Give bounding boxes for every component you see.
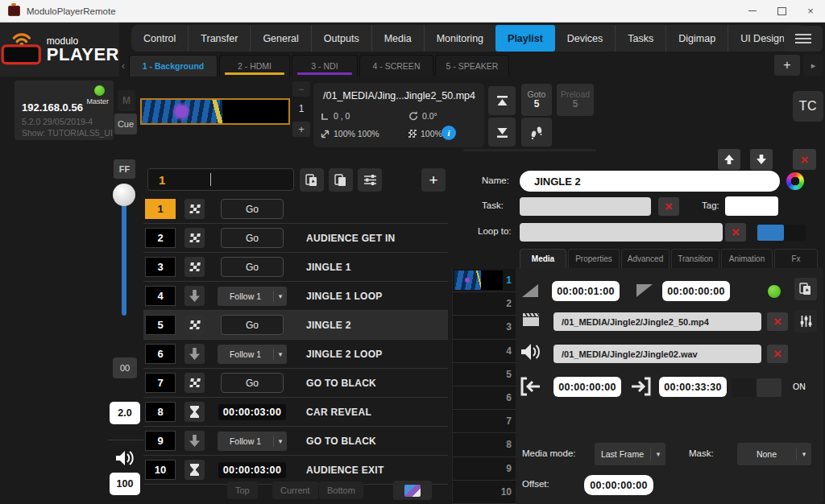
cue-trigger-type-icon[interactable] xyxy=(184,402,205,422)
fade-rate-field[interactable]: 2.0 xyxy=(110,402,140,424)
scroll-tabs-right-button[interactable]: ▸ xyxy=(803,55,823,76)
layer-row-10[interactable]: 10 xyxy=(453,481,517,504)
timecode-button[interactable]: TC xyxy=(793,91,823,122)
main-tab-transfer[interactable]: Transfer xyxy=(188,25,250,52)
cue-number-badge[interactable]: 6 xyxy=(145,344,176,364)
playlist-row-6[interactable]: 6Follow 1▾JINGLE 2 LOOP xyxy=(143,340,448,369)
color-wheel-button[interactable] xyxy=(786,172,804,190)
scroll-current-button[interactable]: Current xyxy=(272,481,318,499)
wait-time-field[interactable]: 00:00:03:00 xyxy=(218,404,287,420)
playlist-tab-5[interactable]: 5 - SPEAKER xyxy=(435,55,509,76)
menu-button[interactable] xyxy=(784,26,823,52)
copy-cue-button[interactable] xyxy=(329,168,353,192)
layer-row-7[interactable]: 7 xyxy=(453,410,517,433)
layer-row-4[interactable]: 4 xyxy=(453,340,517,363)
playlist-row-7[interactable]: 7GoGO TO BLACK xyxy=(143,369,448,398)
scroll-top-button[interactable]: Top xyxy=(227,481,258,499)
media-preview-thumbnail[interactable] xyxy=(140,98,290,125)
layer-row-6[interactable]: 6 xyxy=(453,386,517,410)
task-input[interactable] xyxy=(520,197,651,216)
out-point-field[interactable]: 00:00:33:30 xyxy=(659,377,727,397)
cue-trigger-type-icon[interactable] xyxy=(184,460,205,480)
go-button[interactable]: Go xyxy=(221,315,284,335)
add-cue-button[interactable]: + xyxy=(421,168,446,192)
cue-number-badge[interactable]: 4 xyxy=(145,286,176,306)
skip-to-bottom-button[interactable] xyxy=(488,118,516,147)
loop-to-input[interactable] xyxy=(520,223,723,242)
playlist-tab-4[interactable]: 4 - SCREEN xyxy=(359,55,433,76)
add-playlist-tab-button[interactable]: + xyxy=(774,55,800,76)
cue-number-badge[interactable]: 3 xyxy=(145,257,176,277)
audio-path-field[interactable]: /01_MEDIA/Jingle2/Jingle02.wav xyxy=(553,345,761,363)
cue-name-input[interactable]: JINGLE 2 xyxy=(520,171,780,192)
cue-trigger-type-icon[interactable] xyxy=(184,315,205,335)
media-library-button[interactable] xyxy=(393,481,432,500)
cue-number-field[interactable]: 1 xyxy=(147,168,294,191)
playlist-row-4[interactable]: 4Follow 1▾JINGLE 1 LOOP xyxy=(143,282,448,311)
clear-task-button[interactable]: × xyxy=(658,197,679,216)
main-tab-general[interactable]: General xyxy=(250,25,310,52)
main-tab-playlist[interactable]: Playlist xyxy=(495,25,555,52)
fade-out-field[interactable]: 00:00:00:00 xyxy=(662,281,730,301)
cue-trigger-type-icon[interactable] xyxy=(184,228,205,248)
master-fader-track[interactable] xyxy=(122,190,126,316)
editor-tab-fx[interactable]: Fx xyxy=(774,249,818,268)
follow-dropdown[interactable]: Follow 1▾ xyxy=(218,287,287,306)
main-tab-outputs[interactable]: Outputs xyxy=(311,25,371,52)
layer-row-2[interactable]: 2 xyxy=(453,292,517,316)
preload-button[interactable]: Preload5 xyxy=(557,84,594,116)
loop-toggle[interactable] xyxy=(757,225,806,241)
cue-trigger-type-icon[interactable] xyxy=(184,257,205,277)
wait-time-field[interactable]: 00:00:03:00 xyxy=(218,462,287,478)
cue-number-badge[interactable]: 8 xyxy=(145,402,176,422)
media-mode-dropdown[interactable]: Last Frame ▾ xyxy=(595,443,665,465)
clear-audio-button[interactable]: × xyxy=(767,345,788,363)
close-button[interactable]: × xyxy=(796,0,825,22)
cue-number-badge[interactable]: 9 xyxy=(145,431,176,451)
move-cue-up-button[interactable] xyxy=(718,149,740,170)
editor-tab-properties[interactable]: Properties xyxy=(568,249,620,268)
master-fader-knob[interactable] xyxy=(113,184,135,206)
cue-trigger-type-icon[interactable] xyxy=(184,344,205,364)
main-tab-digimap[interactable]: Digimap xyxy=(665,25,728,52)
playlist-row-3[interactable]: 3GoJINGLE 1 xyxy=(143,253,448,282)
fade-time-button[interactable]: 00 xyxy=(113,357,137,378)
playlist-tab-3[interactable]: 3 - NDI xyxy=(292,55,358,76)
editor-tab-media[interactable]: Media xyxy=(520,249,566,268)
minimize-button[interactable] xyxy=(738,0,767,22)
goto-button[interactable]: Goto5 xyxy=(521,84,552,116)
layer-row-5[interactable]: 5 xyxy=(453,363,517,386)
layer-minus-button[interactable]: − xyxy=(292,81,310,97)
go-button[interactable]: Go xyxy=(221,373,284,393)
move-cue-down-button[interactable] xyxy=(750,149,773,170)
scroll-tabs-left-button[interactable]: ‹ xyxy=(118,56,129,76)
tag-input[interactable] xyxy=(725,196,778,216)
playlist-tab-1[interactable]: 1 - Background xyxy=(129,55,218,76)
cue-trigger-type-icon[interactable] xyxy=(184,199,205,219)
clear-video-button[interactable]: × xyxy=(767,312,788,331)
cue-number-badge[interactable]: 5 xyxy=(145,315,176,335)
main-tab-devices[interactable]: Devices xyxy=(555,25,615,52)
layer-row-1[interactable]: 1 xyxy=(453,269,517,292)
layer-row-9[interactable]: 9 xyxy=(453,457,517,481)
info-icon[interactable]: i xyxy=(442,126,456,140)
cue-number-badge[interactable]: 1 xyxy=(145,199,176,219)
layer-row-3[interactable]: 3 xyxy=(453,316,517,339)
clear-loop-button[interactable]: × xyxy=(725,223,746,242)
layer-plus-button[interactable]: + xyxy=(292,122,310,137)
cue-number-badge[interactable]: 7 xyxy=(145,373,176,393)
maximize-button[interactable] xyxy=(767,0,796,22)
paste-cue-button[interactable] xyxy=(300,168,324,192)
playlist-row-9[interactable]: 9Follow 1▾GO TO BLACK xyxy=(143,427,448,456)
out-point-toggle[interactable] xyxy=(732,378,781,397)
follow-dropdown[interactable]: Follow 1▾ xyxy=(218,345,287,364)
offset-field[interactable]: 00:00:00:00 xyxy=(584,475,653,495)
ff-button[interactable]: FF xyxy=(114,159,135,179)
playlist-row-1[interactable]: 1Go xyxy=(143,195,448,224)
cue-trigger-type-icon[interactable] xyxy=(184,431,205,451)
cue-number-badge[interactable]: 10 xyxy=(145,460,176,480)
go-button[interactable]: Go xyxy=(221,257,284,277)
volume-field[interactable]: 100 xyxy=(110,473,140,495)
mute-button[interactable]: M xyxy=(118,90,135,111)
editor-tab-animation[interactable]: Animation xyxy=(721,249,773,268)
